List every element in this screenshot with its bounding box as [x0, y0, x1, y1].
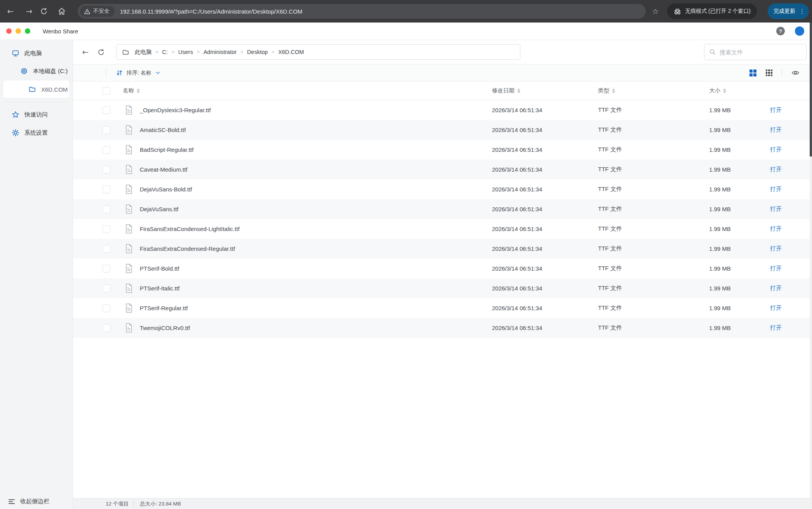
open-link[interactable]: 打开: [770, 126, 812, 134]
large-grid-view-icon[interactable]: [749, 69, 756, 76]
file-name: AmaticSC-Bold.ttf: [140, 127, 492, 133]
sidebar-item-label: 系统设置: [24, 129, 48, 137]
file-date: 2026/3/14 06:51:34: [492, 166, 598, 173]
status-divider: [134, 501, 134, 507]
help-button[interactable]: ?: [776, 27, 785, 35]
row-checkbox[interactable]: [103, 245, 110, 253]
open-link[interactable]: 打开: [770, 245, 812, 252]
column-header-name[interactable]: 名称: [123, 87, 492, 94]
file-date: 2026/3/14 06:51:34: [492, 285, 598, 292]
open-link[interactable]: 打开: [770, 285, 812, 292]
open-link[interactable]: 打开: [770, 304, 812, 312]
sidebar-item-quick-access[interactable]: 快速访问: [0, 107, 73, 122]
search-box[interactable]: [704, 44, 807, 60]
open-link[interactable]: 打开: [770, 146, 812, 153]
breadcrumb-item[interactable]: X6D.COM: [278, 49, 304, 55]
file-size: 1.99 MB: [709, 265, 770, 272]
table-row[interactable]: _OpenDyslexic3-Regular.ttf 2026/3/14 06:…: [73, 100, 812, 120]
star-icon: [12, 111, 19, 118]
scrollbar-thumb[interactable]: [810, 23, 812, 156]
finish-update-button[interactable]: 完成更新 ⋮: [768, 3, 809, 19]
breadcrumb-item[interactable]: Users: [178, 49, 193, 55]
row-checkbox[interactable]: [103, 265, 110, 273]
breadcrumb-item[interactable]: Desktop: [247, 49, 268, 55]
open-link[interactable]: 打开: [770, 324, 812, 332]
table-row[interactable]: PTSerif-Italic.ttf 2026/3/14 06:51:34 TT…: [73, 278, 812, 298]
address-bar[interactable]: 不安全 192.168.0.11:9999/#/?path=C:/Users/A…: [78, 4, 646, 19]
column-label: 修改日期: [492, 87, 515, 94]
table-row[interactable]: Caveat-Medium.ttf 2026/3/14 06:51:34 TTF…: [73, 160, 812, 179]
breadcrumb-item[interactable]: Administrator: [203, 49, 236, 55]
avatar[interactable]: [795, 26, 804, 36]
row-checkbox[interactable]: [103, 324, 110, 332]
browser-forward-icon[interactable]: →: [24, 7, 35, 16]
open-link[interactable]: 打开: [770, 225, 812, 233]
search-input[interactable]: [720, 49, 802, 56]
row-checkbox[interactable]: [103, 225, 110, 233]
table-row[interactable]: DejaVuSans.ttf 2026/3/14 06:51:34 TTF 文件…: [73, 199, 812, 219]
row-checkbox[interactable]: [103, 126, 110, 134]
sort-updown-icon: [116, 69, 123, 76]
sidebar-item-this-pc[interactable]: 此电脑: [0, 45, 73, 61]
bookmark-star-icon[interactable]: ☆: [652, 7, 659, 16]
table-row[interactable]: DejaVuSans-Bold.ttf 2026/3/14 06:51:34 T…: [73, 179, 812, 199]
sidebar-item-x6d-com-selected[interactable]: X6D.COM: [3, 80, 70, 98]
column-label: 名称: [123, 87, 134, 94]
column-header-date[interactable]: 修改日期: [492, 87, 598, 94]
open-link[interactable]: 打开: [770, 186, 812, 193]
breadcrumb-item[interactable]: 此电脑: [135, 49, 152, 56]
scrollbar-track[interactable]: [810, 23, 812, 509]
file-type: TTF 文件: [598, 146, 709, 153]
sidebar-item-system-settings[interactable]: 系统设置: [0, 125, 73, 141]
window-close-button[interactable]: [6, 28, 12, 34]
small-grid-view-icon[interactable]: [766, 69, 772, 76]
row-checkbox[interactable]: [103, 146, 110, 154]
row-checkbox[interactable]: [103, 285, 110, 292]
row-checkbox[interactable]: [103, 304, 110, 312]
table-row[interactable]: PTSerif-Regular.ttf 2026/3/14 06:51:34 T…: [73, 298, 812, 318]
column-header-type[interactable]: 类型: [598, 87, 709, 94]
eye-icon[interactable]: [791, 69, 800, 77]
browser-refresh-icon[interactable]: [40, 7, 50, 16]
file-type: TTF 文件: [598, 186, 709, 193]
table-row[interactable]: PTSerif-Bold.ttf 2026/3/14 06:51:34 TTF …: [73, 259, 812, 278]
browser-home-icon[interactable]: [57, 7, 68, 16]
table-row[interactable]: AmaticSC-Bold.ttf 2026/3/14 06:51:34 TTF…: [73, 120, 812, 140]
open-link[interactable]: 打开: [770, 265, 812, 272]
total-size: 总大小: 23.84 MB: [140, 500, 181, 507]
sort-label: 排序: 名称: [127, 69, 151, 76]
window-minimize-button[interactable]: [16, 28, 21, 34]
breadcrumb-bar[interactable]: 此电脑>C:>Users>Administrator>Desktop>X6D.C…: [116, 44, 520, 60]
table-row[interactable]: FiraSansExtraCondensed-Regular.ttf 2026/…: [73, 239, 812, 259]
row-checkbox[interactable]: [103, 186, 110, 193]
breadcrumb-separator: >: [272, 49, 275, 55]
incognito-badge[interactable]: 无痕模式 (已打开 2 个窗口): [667, 3, 757, 19]
breadcrumb-item[interactable]: C:: [162, 49, 168, 55]
sidebar-item-local-disk-c[interactable]: 本地磁盘 (C:): [0, 63, 73, 79]
window-zoom-button[interactable]: [25, 28, 30, 34]
open-link[interactable]: 打开: [770, 106, 812, 114]
browser-back-icon[interactable]: ←: [5, 7, 16, 16]
row-checkbox[interactable]: [103, 205, 110, 213]
table-row[interactable]: TwemojiCOLRv0.ttf 2026/3/14 06:51:34 TTF…: [73, 318, 812, 338]
nav-refresh-icon[interactable]: [96, 48, 106, 56]
collapse-sidebar-button[interactable]: 收起侧边栏: [9, 498, 49, 505]
sort-dropdown[interactable]: 排序: 名称: [116, 69, 161, 76]
row-checkbox[interactable]: [103, 106, 110, 114]
column-header-size[interactable]: 大小: [709, 87, 770, 94]
security-chip[interactable]: 不安全: [80, 6, 115, 17]
file-name: PTSerif-Bold.ttf: [140, 265, 492, 272]
select-all-checkbox[interactable]: [103, 87, 110, 95]
open-link[interactable]: 打开: [770, 205, 812, 213]
file-icon: [125, 244, 133, 254]
browser-menu-icon[interactable]: ⋮: [799, 9, 805, 14]
row-checkbox[interactable]: [103, 166, 110, 174]
table-row[interactable]: FiraSansExtraCondensed-LightItalic.ttf 2…: [73, 219, 812, 239]
file-type: TTF 文件: [598, 324, 709, 332]
open-link[interactable]: 打开: [770, 166, 812, 173]
nav-back-icon[interactable]: ←: [81, 47, 90, 57]
table-row[interactable]: BadScript-Regular.ttf 2026/3/14 06:51:34…: [73, 140, 812, 160]
file-icon: [125, 303, 133, 313]
file-date: 2026/3/14 06:51:34: [492, 325, 598, 331]
file-name: FiraSansExtraCondensed-LightItalic.ttf: [140, 226, 492, 232]
